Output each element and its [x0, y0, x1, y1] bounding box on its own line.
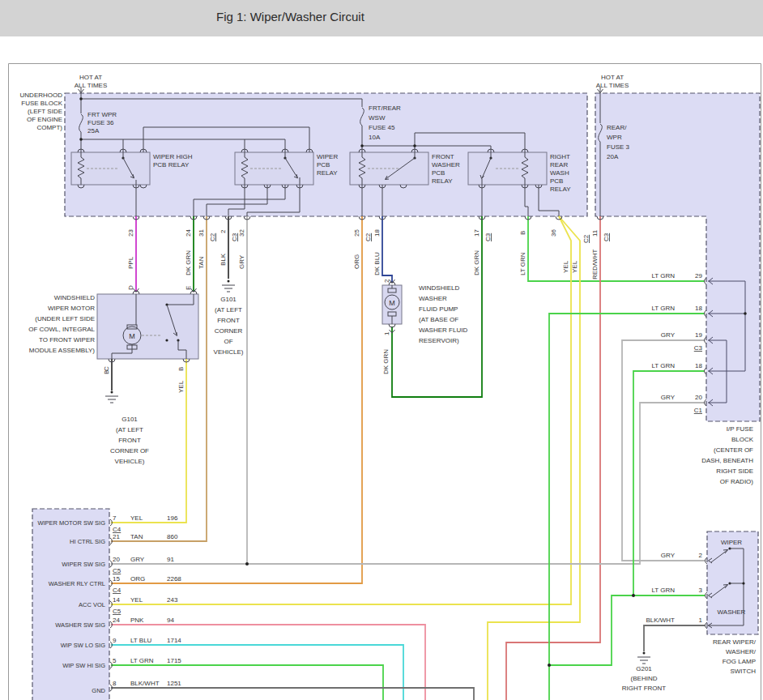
- svg-text:FUSE 45: FUSE 45: [369, 124, 395, 131]
- svg-text:5: 5: [113, 657, 117, 664]
- conn-c2-31: C2: [209, 233, 216, 241]
- wire-label-ltgrn-b: LT GRN: [519, 252, 526, 275]
- svg-text:860: 860: [167, 533, 178, 540]
- bcm-row-name: WIP SW HI SIG: [62, 662, 105, 669]
- svg-text:RELAY: RELAY: [550, 186, 571, 193]
- svg-text:94: 94: [167, 617, 174, 624]
- pump-pin-1: 1: [383, 331, 390, 335]
- svg-text:FLUID PUMP: FLUID PUMP: [419, 305, 458, 313]
- pin-23: 23: [127, 229, 134, 237]
- switch-washer-label: WASHER: [718, 608, 746, 616]
- switch-pin-1: 1: [699, 617, 703, 624]
- underhood-label: UNDERHOOD: [20, 92, 63, 99]
- svg-text:C5: C5: [113, 608, 121, 615]
- bcm-row-name: WIPER MOTOR SW SIG: [37, 519, 105, 527]
- svg-text:WIPER MOTOR: WIPER MOTOR: [48, 305, 95, 312]
- svg-text:DASH, BENEATH: DASH, BENEATH: [701, 457, 753, 464]
- svg-text:FRONT: FRONT: [118, 437, 141, 444]
- conn-c3-11: C3: [603, 233, 610, 241]
- conn-c3-17: C3: [484, 233, 492, 241]
- wire-label-ppl: PPL: [127, 256, 134, 269]
- bcm-row-name: WASHER RLY CTRL: [49, 580, 105, 587]
- wiper-motor-box: [97, 294, 198, 359]
- svg-text:(UNDER LEFT SIDE: (UNDER LEFT SIDE: [35, 315, 95, 322]
- pin-31: 31: [198, 229, 205, 237]
- hot-right-1: HOT AT: [601, 74, 624, 81]
- ip-conn-c1: C1: [694, 407, 703, 414]
- conn-c2-25: C2: [364, 233, 372, 241]
- svg-text:ORG: ORG: [130, 575, 145, 583]
- svg-text:MODULE ASSEMBLY): MODULE ASSEMBLY): [29, 347, 96, 354]
- svg-text:YEL: YEL: [130, 514, 143, 522]
- svg-text:FUSE 36: FUSE 36: [87, 119, 114, 126]
- switch-pin-1-color: BLK/WHT: [646, 617, 675, 624]
- svg-text:24: 24: [113, 617, 120, 624]
- wiper-relay-box: [235, 152, 313, 185]
- g101-relay-label: G101: [220, 296, 237, 303]
- wire-label-gry: GRY: [238, 254, 245, 269]
- svg-text:10A: 10A: [369, 134, 381, 141]
- conn-c3-2: C3: [231, 233, 238, 241]
- motor-label: WINDSHIELD: [54, 294, 95, 301]
- svg-text:GRY: GRY: [130, 556, 145, 563]
- ip-pin-29-color: LT GRN: [651, 272, 675, 280]
- svg-text:9: 9: [113, 637, 117, 644]
- svg-text:FOG LAMP: FOG LAMP: [723, 658, 756, 665]
- pin-36: 36: [550, 229, 557, 237]
- svg-text:WASHER: WASHER: [419, 295, 447, 302]
- ip-label: I/P FUSE: [727, 425, 753, 433]
- wire-label-dkgrn17: DK GRN: [473, 250, 480, 275]
- ip-pin-18b-color: LT GRN: [651, 362, 675, 369]
- bcm-row-name: ACC VOL: [79, 601, 105, 608]
- hot-left-2: ALL TIMES: [75, 82, 107, 89]
- svg-text:OF: OF: [224, 338, 232, 345]
- wiring-diagram-page: Fig 1: Wiper/Washer Circuit: [0, 0, 763, 700]
- svg-text:(BEHIND: (BEHIND: [631, 675, 658, 682]
- svg-text:CORNER: CORNER: [215, 327, 243, 335]
- svg-text:LT BLU: LT BLU: [130, 637, 152, 644]
- bcm-row-name: WASHER SW SIG: [55, 621, 105, 629]
- switch-pin-2: 2: [699, 552, 703, 559]
- right-rear-wash-relay-box: [468, 152, 547, 185]
- svg-text:25A: 25A: [87, 127, 100, 134]
- wire-label-yel2: YEL: [571, 260, 578, 273]
- ip-pin-19-color: GRY: [661, 331, 676, 339]
- bcm-row-name: WIP SW LO SIG: [61, 642, 105, 649]
- svg-text:196: 196: [167, 514, 178, 522]
- svg-text:91: 91: [167, 556, 174, 563]
- fuse45-label: FRT/REAR: [369, 105, 401, 112]
- pump-symbol: M: [389, 299, 395, 307]
- pin-18: 18: [373, 229, 381, 237]
- svg-text:OF ENGINE: OF ENGINE: [27, 116, 62, 123]
- wire-label-redwht: RED/WHT: [591, 250, 599, 280]
- ip-conn-c3: C3: [694, 344, 703, 352]
- svg-text:21: 21: [113, 533, 120, 540]
- svg-text:BLK/WHT: BLK/WHT: [130, 680, 160, 687]
- wire-label-yel1: YEL: [562, 260, 569, 273]
- svg-text:TAN: TAN: [130, 533, 143, 540]
- svg-text:(AT BASE OF: (AT BASE OF: [419, 316, 458, 323]
- svg-text:BLOCK: BLOCK: [731, 436, 754, 443]
- relay4-label: RIGHT: [550, 153, 570, 160]
- wire-label-dkblu: DK BLU: [373, 252, 381, 275]
- svg-text:RESERVOIR): RESERVOIR): [419, 337, 459, 344]
- svg-text:RIGHT SIDE: RIGHT SIDE: [716, 467, 753, 475]
- motor-pin-c: C: [103, 366, 110, 371]
- wire-label-tan: TAN: [198, 256, 205, 269]
- svg-text:FUSE 3: FUSE 3: [607, 143, 630, 151]
- pin-b: B: [519, 231, 526, 235]
- bcm-row-name: WIPER SW SIG: [62, 561, 105, 568]
- bcm-row-name: GND: [92, 687, 105, 694]
- pump-pin-2: 2: [383, 279, 390, 283]
- svg-text:C4: C4: [113, 587, 121, 594]
- svg-text:RELAY: RELAY: [432, 177, 453, 185]
- svg-text:2268: 2268: [167, 575, 181, 583]
- ip-pin-18a-color: LT GRN: [651, 305, 675, 312]
- svg-text:(AT LEFT: (AT LEFT: [215, 306, 242, 314]
- hot-left-1: HOT AT: [79, 74, 102, 81]
- svg-text:REAR: REAR: [550, 161, 568, 169]
- wiper-high-relay-box: [71, 152, 150, 185]
- wire-label-org: ORG: [353, 254, 360, 269]
- motor-pin-d: D: [127, 285, 134, 290]
- wire-label-yel-motor: YEL: [177, 380, 185, 393]
